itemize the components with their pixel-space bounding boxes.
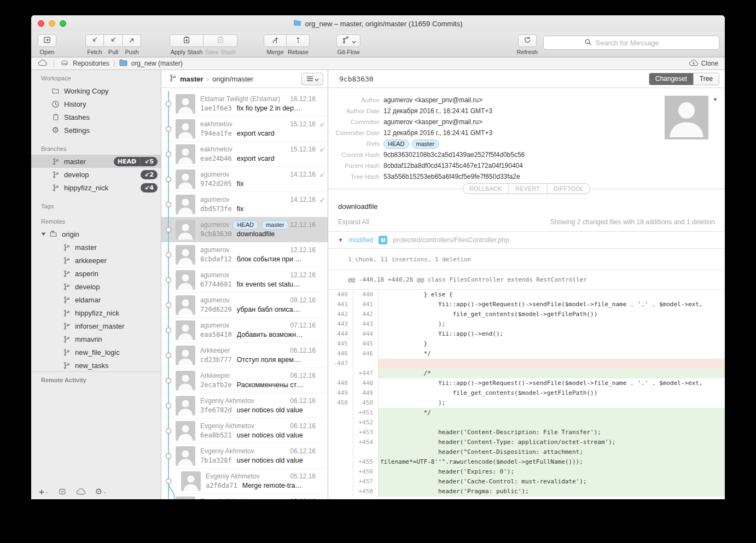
commit-row[interactable]: Evgeniy Akhmetov05.12.16 xyxy=(161,494,328,499)
revert-button[interactable]: REVERT xyxy=(508,184,546,194)
commit-row[interactable]: agumerov8cbdaf12блок события при пе…12.1… xyxy=(161,242,328,267)
commit-author: agumerov xyxy=(200,171,229,178)
person-icon xyxy=(665,96,708,139)
inbox-button[interactable] xyxy=(58,488,67,497)
code-text: header("Content-Disposition: attachment; xyxy=(379,447,725,457)
sidebar-item-remote-eldamar[interactable]: eldamar xyxy=(31,293,161,306)
search-field[interactable] xyxy=(543,36,719,50)
old-line-number xyxy=(328,457,353,467)
collapse-file-icon[interactable]: ▼ xyxy=(338,237,343,243)
commit-author: Arkkeeper xyxy=(200,347,230,354)
minimize-window-button[interactable] xyxy=(49,20,55,27)
expand-all-button[interactable]: Expand All xyxy=(338,218,369,226)
difftool-button[interactable]: DIFFTOOL xyxy=(546,184,590,194)
close-window-button[interactable] xyxy=(38,20,44,27)
sidebar-item-master[interactable]: masterHEAD↙5 xyxy=(31,155,161,168)
avatar xyxy=(176,421,195,441)
diff-line: +457 header('Cache-Control: must-revalid… xyxy=(328,477,725,487)
add-button[interactable]: +⌄ xyxy=(39,487,49,497)
commit-row[interactable]: Arkkeepercd23b777Отступ поля времени…06.… xyxy=(161,343,328,368)
diff-line: 449449 file_get_contents($model->getFile… xyxy=(328,388,725,398)
commit-row[interactable]: agumerov67744681fix events set status n…… xyxy=(161,267,328,293)
old-line-number xyxy=(328,447,353,457)
sidebar-item-remote-asperin[interactable]: asperin xyxy=(31,267,161,280)
zoom-window-button[interactable] xyxy=(60,20,66,27)
folder-icon xyxy=(51,86,60,96)
sidebar-item-develop[interactable]: develop↙2 xyxy=(31,168,161,181)
file-status: modified xyxy=(348,236,373,244)
commit-row[interactable]: eakhmetovf94ea1feexport vcard15.12.16↙ xyxy=(161,116,328,142)
branch-status-badge: ↙4 xyxy=(141,183,158,192)
diff-line: 448448 Yii::app()->getRequest()->sendFil… xyxy=(328,378,725,388)
pull-button[interactable]: Pull xyxy=(104,34,123,55)
commit-row[interactable]: agumerovHEADmaster9cb83630downloadfile12… xyxy=(161,217,328,242)
sidebar-item-hippyfizz-nick[interactable]: hippyfizz_nick↙4 xyxy=(31,181,161,194)
list-options-button[interactable] xyxy=(301,73,323,85)
gitflow-button[interactable]: Git-Flow xyxy=(336,34,360,55)
search-input[interactable] xyxy=(595,38,679,48)
commit-row[interactable]: agumerovdbd573fefix14.12.16↙ xyxy=(161,192,328,217)
commit-message: блок события при пе… xyxy=(237,255,304,263)
rebase-button[interactable]: Rebase xyxy=(287,34,310,55)
commit-row[interactable]: agumeroveaa58410Добавить возможнос…07.12… xyxy=(161,318,328,343)
sidebar-section-workspace: Workspace xyxy=(41,75,161,81)
avatar xyxy=(176,446,195,466)
avatar-dropdown-icon[interactable]: ▼ xyxy=(713,97,718,102)
merge-button[interactable]: Merge xyxy=(264,34,287,55)
folder-icon xyxy=(293,19,301,28)
commit-row[interactable]: eakhmetoveae24b46export vcard15.12.16↙ xyxy=(161,142,328,167)
code-text: header('Pragma: public'); xyxy=(379,487,725,497)
clone-button[interactable]: Clone xyxy=(689,59,718,68)
diff-view[interactable]: 440440 } else {441441 Yii::app()->getReq… xyxy=(328,290,725,499)
breadcrumb-repo[interactable]: org_new (master) xyxy=(131,60,183,67)
folder-icon xyxy=(119,59,127,68)
sidebar-item-remote-new-file-logic[interactable]: new_file_logic xyxy=(31,346,161,359)
cloud-button[interactable] xyxy=(76,488,86,496)
commit-list-panel: master › origin/master Eldamar Twilight … xyxy=(161,70,328,499)
sidebar-item-history[interactable]: History xyxy=(31,97,161,110)
apply-stash-button[interactable]: Apply Stash xyxy=(170,34,203,55)
push-button[interactable]: Push xyxy=(123,34,141,55)
sidebar-item-settings[interactable]: ⚙Settings xyxy=(31,124,161,137)
toolbar: Open Fetch Pull Push Appl xyxy=(31,32,725,57)
traffic-lights xyxy=(38,20,66,27)
commit-date: 06.12.16 xyxy=(290,397,316,405)
sidebar-item-stashes[interactable]: Stashes xyxy=(31,110,161,124)
sidebar-item-remote-master[interactable]: master xyxy=(31,241,161,254)
cloud-icon[interactable] xyxy=(38,59,48,68)
commit-hash: 3fe6782d xyxy=(200,406,232,414)
commit-row[interactable]: Evgeniy Akhmetov7b1a328fuser notices old… xyxy=(161,443,328,469)
commit-row[interactable]: Eldamar Twilight (El'damar)1ae1f6e3fix f… xyxy=(161,91,328,116)
avatar xyxy=(176,170,195,189)
sidebar-item-remote-inforser-master[interactable]: inforser_master xyxy=(31,319,161,332)
save-stash-button[interactable]: Save Stash xyxy=(203,34,237,55)
file-header[interactable]: ▼ modified M protected/controllers/Files… xyxy=(328,231,725,249)
sidebar-item-remote-mmavrin[interactable]: mmavrin xyxy=(31,332,161,346)
settings-button[interactable]: ⚙⌄ xyxy=(95,488,107,496)
sidebar-item-remote-new-tasks[interactable]: new_tasks xyxy=(31,359,161,371)
sidebar-item-remote-hippyfizz-nick[interactable]: hippyfizz_nick xyxy=(31,306,161,319)
commit-list-scroll[interactable]: Eldamar Twilight (El'damar)1ae1f6e3fix f… xyxy=(161,88,328,499)
sidebar-item-origin[interactable]: origin xyxy=(31,227,161,241)
tab-changeset[interactable]: Changeset xyxy=(649,73,693,85)
commit-row[interactable]: Evgeniy Akhmetova2f6da71Merge remote-tra… xyxy=(161,469,328,494)
commit-row[interactable]: agumerov720d6220убран бабл описания…09.1… xyxy=(161,293,328,318)
old-line-number: 444 xyxy=(328,329,353,339)
disclosure-triangle-icon[interactable] xyxy=(41,232,48,236)
commit-row[interactable]: Arkkeeper2ecafb2eРаскомменчены стар…06.1… xyxy=(161,368,328,393)
fetch-button[interactable]: Fetch xyxy=(85,34,104,55)
rollback-button[interactable]: ROLLBACK xyxy=(463,184,508,194)
inbox-icon xyxy=(58,488,67,497)
commit-row[interactable]: Evgeniy Akhmetov6ea8b521user notices old… xyxy=(161,418,328,443)
new-line-number: +457 xyxy=(353,477,379,487)
sidebar-item-remote-develop[interactable]: develop xyxy=(31,280,161,293)
sidebar-item-working-copy[interactable]: Working Copy xyxy=(31,84,161,97)
old-line-number xyxy=(328,418,353,428)
commit-row[interactable]: Evgeniy Akhmetov3fe6782duser notices old… xyxy=(161,393,328,418)
refresh-button[interactable]: Refresh xyxy=(516,34,538,55)
open-button[interactable]: Open xyxy=(38,34,56,55)
breadcrumb-repositories[interactable]: Repositories xyxy=(73,60,109,67)
sidebar-item-remote-arkkeeper[interactable]: arkkeeper xyxy=(31,254,161,267)
tab-tree[interactable]: Tree xyxy=(693,73,719,85)
commit-row[interactable]: agumerov9742d205fix14.12.16↙ xyxy=(161,167,328,192)
